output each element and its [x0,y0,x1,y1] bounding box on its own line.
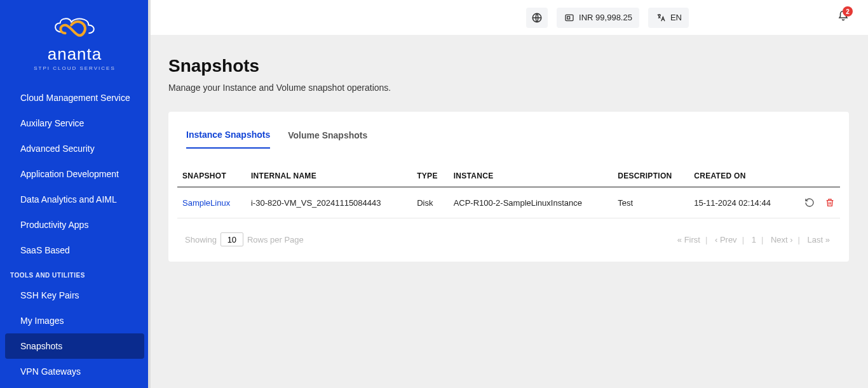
brand-tagline: STPI CLOUD SERVICES [34,65,116,71]
notification-badge: 2 [843,6,853,17]
page-title: Snapshots [168,56,849,76]
tab-instance-snapshots[interactable]: Instance Snapshots [186,123,270,149]
col-type: TYPE [412,165,448,187]
sidebar-item-cloud-management[interactable]: Cloud Management Service [0,85,149,110]
page-first[interactable]: « First [675,235,703,244]
col-description: DESCRIPTION [613,165,689,187]
language-code: EN [670,13,682,22]
delete-icon[interactable] [825,197,835,208]
balance-button[interactable]: INR 99,998.25 [557,8,639,28]
sidebar-item-application-development[interactable]: Application Development [0,161,149,187]
sidebar-item-advanced-security[interactable]: Advanced Security [0,136,149,161]
translate-icon [655,12,667,23]
sidebar-item-my-images[interactable]: My Images [0,308,149,333]
cloud-infinity-icon [49,13,100,39]
col-actions [792,165,840,187]
cell-created: 15-11-2024 02:14:44 [689,187,792,218]
col-instance: INSTANCE [449,165,613,187]
page-prev[interactable]: ‹ Prev [712,235,740,244]
sidebar-item-auxilary[interactable]: Auxilary Service [0,110,149,136]
sidebar-item-data-analytics[interactable]: Data Analytics and AIML [0,187,149,212]
cell-description: Test [613,187,689,218]
sidebar-item-ssh-key-pairs[interactable]: SSH Key Pairs [0,283,149,308]
sidebar-resize-handle[interactable] [148,0,151,388]
restore-icon[interactable] [804,197,815,208]
snapshots-table: SNAPSHOT INTERNAL NAME TYPE INSTANCE DES… [177,165,840,218]
col-internal-name: INTERNAL NAME [246,165,412,187]
topbar: INR 99,998.25 EN 2 [149,0,868,36]
rows-per-page-label: Rows per Page [247,235,304,244]
balance-amount: INR 99,998.25 [579,13,632,22]
cell-internal: i-30-820-VM_VS_20241115084443 [246,187,412,218]
globe-icon [531,12,543,23]
pagination: Showing Rows per Page « First| ‹ Prev| 1… [177,232,840,246]
snapshots-card: Instance Snapshots Volume Snapshots SNAP… [168,112,849,262]
sidebar-item-saas-based[interactable]: SaaS Based [0,237,149,263]
cell-instance: ACP-R100-2-SampleLinuxInstance [449,187,613,218]
showing-label: Showing [185,235,217,244]
logo: ananta STPI CLOUD SERVICES [0,6,149,85]
svg-rect-2 [567,17,570,19]
page-current: 1 [749,235,759,244]
main: INR 99,998.25 EN 2 Snapshots Manage your… [149,0,868,388]
notifications-button[interactable]: 2 [834,6,853,29]
cell-type: Disk [412,187,448,218]
col-snapshot: SNAPSHOT [177,165,246,187]
sidebar-item-snapshots[interactable]: Snapshots [5,333,144,359]
sidebar: ananta STPI CLOUD SERVICES Cloud Managem… [0,0,149,388]
brand-name: ananta [34,44,116,64]
page-description: Manage your Instance and Volume snapshot… [168,83,849,93]
snapshot-link[interactable]: SampleLinux [182,198,230,208]
globe-button[interactable] [526,8,548,28]
tab-volume-snapshots[interactable]: Volume Snapshots [288,123,367,149]
language-button[interactable]: EN [648,8,689,28]
content: Snapshots Manage your Instance and Volum… [149,36,868,282]
rows-per-page-input[interactable] [220,232,243,246]
table-row: SampleLinux i-30-820-VM_VS_2024111508444… [177,187,840,218]
page-next[interactable]: Next › [768,235,796,244]
page-last[interactable]: Last » [805,235,832,244]
wallet-icon [564,12,575,23]
sidebar-item-vpn-gateways[interactable]: VPN Gateways [0,359,149,384]
col-created-on: CREATED ON [689,165,792,187]
sidebar-section-tools: TOOLS AND UTILITIES [0,263,149,283]
tabs: Instance Snapshots Volume Snapshots [177,123,840,149]
sidebar-item-productivity-apps[interactable]: Productivity Apps [0,212,149,237]
